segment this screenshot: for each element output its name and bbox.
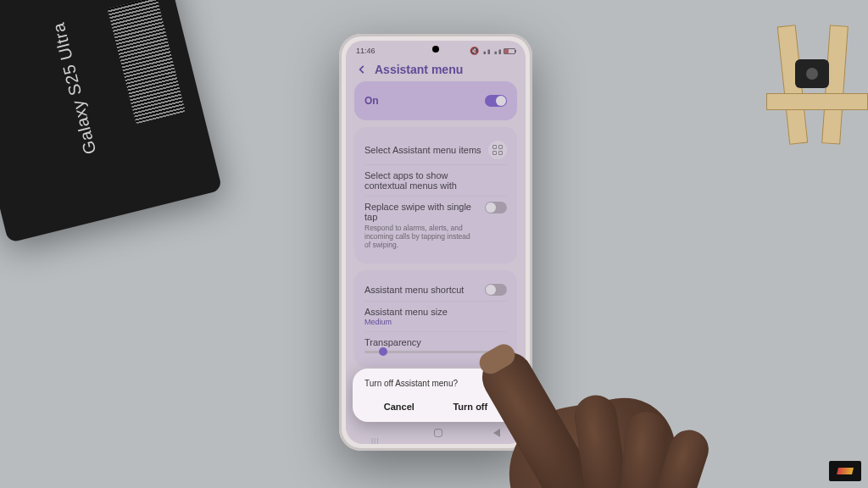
replace-swipe-row[interactable]: Replace swipe with single tap Respond to… [364, 196, 507, 255]
home-icon[interactable] [434, 429, 442, 437]
grid-icon [488, 141, 507, 159]
barcode [108, 0, 186, 124]
cancel-button[interactable]: Cancel [384, 402, 415, 412]
wooden-stand [766, 25, 868, 152]
recents-icon[interactable] [371, 430, 383, 435]
menu-items-card: Select Assistant menu items Select apps … [354, 127, 517, 263]
select-apps-label: Select apps to show contextual menus wit… [364, 170, 492, 191]
replace-swipe-toggle[interactable] [485, 202, 507, 214]
page-title: Assistant menu [375, 63, 463, 76]
channel-logo [829, 461, 861, 481]
page-header: Assistant menu [346, 58, 526, 81]
signal-icon [481, 47, 490, 54]
volume-icon: 🔇 [470, 47, 479, 55]
select-apps-row[interactable]: Select apps to show contextual menus wit… [364, 164, 507, 196]
replace-swipe-desc: Respond to alarms, alerts, and incoming … [364, 224, 475, 250]
back-icon[interactable] [356, 64, 368, 75]
signal-icon-2 [492, 47, 501, 54]
shortcut-label: Assistant menu shortcut [364, 285, 464, 295]
master-toggle[interactable] [485, 95, 507, 107]
product-box: Galaxy S25 Ultra [0, 0, 222, 243]
replace-swipe-title: Replace swipe with single tap [364, 202, 485, 222]
product-box-label: Galaxy S25 Ultra [48, 20, 100, 156]
user-hand [478, 310, 732, 488]
camera-punch-hole [432, 46, 439, 53]
select-menu-items-row[interactable]: Select Assistant menu items [364, 136, 507, 164]
status-time: 11:46 [356, 47, 376, 55]
select-menu-items-label: Select Assistant menu items [364, 145, 481, 155]
master-toggle-card[interactable]: On [354, 81, 517, 120]
shortcut-row[interactable]: Assistant menu shortcut [364, 279, 507, 301]
master-toggle-label: On [364, 95, 379, 107]
camera-module [795, 59, 829, 88]
shortcut-toggle[interactable] [485, 284, 507, 296]
battery-icon [504, 48, 515, 54]
